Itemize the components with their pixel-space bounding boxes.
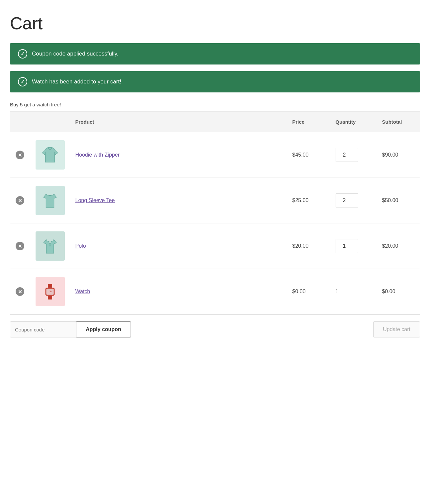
remove-tee-button[interactable]: ✕	[16, 196, 24, 205]
subtotal-cell-watch: $0.00	[377, 269, 420, 315]
price-cell-polo: $20.00	[287, 223, 330, 269]
qty-cell-hoodie	[330, 132, 377, 178]
product-cell-hoodie: Hoodie with Zipper	[70, 132, 287, 178]
polo-subtotal: $20.00	[382, 243, 398, 249]
table-row: ✕ Hoodie with Zipper $45.00	[10, 132, 420, 178]
polo-quantity-input[interactable]	[336, 239, 358, 253]
col-header-product: Product	[70, 112, 287, 132]
col-header-price: Price	[287, 112, 330, 132]
coupon-check-icon: ✓	[18, 49, 27, 59]
watch-alert-message: Watch has been added to your cart!	[32, 78, 121, 85]
table-row: ✕	[10, 269, 420, 315]
watch-added-alert: ✓ Watch has been added to your cart!	[10, 71, 420, 92]
image-cell-hoodie	[30, 132, 70, 178]
watch-price: $0.00	[292, 289, 306, 294]
qty-cell-polo	[330, 223, 377, 269]
watch-image	[36, 277, 65, 306]
coupon-success-alert: ✓ Coupon code applied successfully.	[10, 43, 420, 64]
tee-price: $25.00	[292, 197, 309, 203]
remove-hoodie-button[interactable]: ✕	[16, 151, 24, 159]
table-row: ✕ Long Sleeve Tee $25.00	[10, 178, 420, 223]
cart-footer: Apply coupon Update cart	[10, 315, 420, 337]
remove-polo-icon: ✕	[16, 242, 24, 250]
remove-cell-hoodie: ✕	[10, 132, 30, 178]
polo-link[interactable]: Polo	[75, 243, 86, 249]
remove-cell-watch: ✕	[10, 269, 30, 315]
remove-tee-icon: ✕	[16, 196, 24, 205]
watch-link[interactable]: Watch	[75, 289, 90, 294]
svg-point-0	[50, 243, 51, 245]
col-header-subtotal: Subtotal	[377, 112, 420, 132]
coupon-alert-message: Coupon code applied successfully.	[32, 51, 119, 57]
remove-watch-button[interactable]: ✕	[16, 287, 24, 296]
tee-quantity-input[interactable]	[336, 193, 358, 207]
cart-table: Product Price Quantity Subtotal ✕	[10, 111, 420, 315]
update-cart-button[interactable]: Update cart	[373, 321, 420, 337]
col-header-quantity: Quantity	[330, 112, 377, 132]
image-cell-polo	[30, 223, 70, 269]
image-cell-watch	[30, 269, 70, 315]
subtotal-cell-tee: $50.00	[377, 178, 420, 223]
polo-image	[36, 231, 65, 261]
tee-subtotal: $50.00	[382, 197, 398, 203]
coupon-code-input[interactable]	[10, 321, 76, 337]
price-cell-tee: $25.00	[287, 178, 330, 223]
svg-rect-2	[48, 284, 52, 288]
hoodie-price: $45.00	[292, 152, 309, 158]
product-cell-polo: Polo	[70, 223, 287, 269]
remove-cell-polo: ✕	[10, 223, 30, 269]
col-header-remove	[10, 112, 30, 132]
polo-price: $20.00	[292, 243, 309, 249]
svg-point-1	[50, 245, 51, 246]
col-header-image	[30, 112, 70, 132]
tee-image	[36, 186, 65, 215]
watch-quantity: 1	[336, 289, 339, 294]
price-cell-watch: $0.00	[287, 269, 330, 315]
table-header-row: Product Price Quantity Subtotal	[10, 112, 420, 132]
image-cell-tee	[30, 178, 70, 223]
hoodie-image	[36, 140, 65, 170]
apply-coupon-button[interactable]: Apply coupon	[76, 321, 131, 337]
remove-watch-icon: ✕	[16, 287, 24, 296]
page-title: Cart	[10, 13, 420, 33]
qty-cell-tee	[330, 178, 377, 223]
qty-cell-watch: 1	[330, 269, 377, 315]
hoodie-subtotal: $90.00	[382, 152, 398, 158]
product-cell-tee: Long Sleeve Tee	[70, 178, 287, 223]
price-cell-hoodie: $45.00	[287, 132, 330, 178]
subtotal-cell-polo: $20.00	[377, 223, 420, 269]
table-row: ✕ Polo $20.00	[10, 223, 420, 269]
svg-rect-7	[48, 296, 52, 299]
remove-cell-tee: ✕	[10, 178, 30, 223]
watch-subtotal: $0.00	[382, 289, 395, 294]
product-cell-watch: Watch	[70, 269, 287, 315]
promo-text: Buy 5 get a watch free!	[10, 102, 420, 107]
remove-polo-button[interactable]: ✕	[16, 242, 24, 250]
hoodie-quantity-input[interactable]	[336, 148, 358, 162]
watch-check-icon: ✓	[18, 77, 27, 86]
subtotal-cell-hoodie: $90.00	[377, 132, 420, 178]
tee-link[interactable]: Long Sleeve Tee	[75, 197, 115, 203]
hoodie-link[interactable]: Hoodie with Zipper	[75, 152, 120, 158]
remove-hoodie-icon: ✕	[16, 151, 24, 159]
